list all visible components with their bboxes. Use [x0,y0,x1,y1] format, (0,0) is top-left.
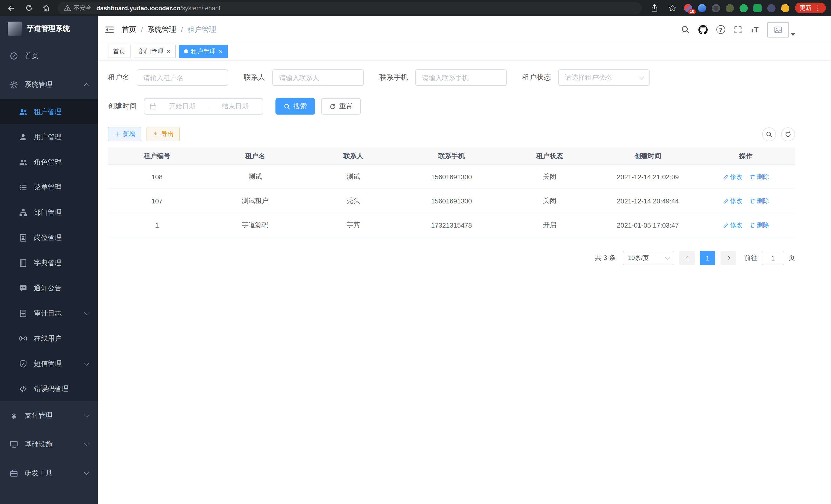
tab-close-icon[interactable]: × [219,48,223,55]
ssl-warning[interactable]: 不安全 [64,4,91,12]
sidebar-item-dev-tools[interactable]: 研发工具 [0,459,98,487]
tenant-name-input[interactable] [137,69,228,86]
edit-link[interactable]: 修改 [723,172,742,181]
delete-link[interactable]: 删除 [749,197,769,205]
tab-tenant[interactable]: 租户管理 × [179,45,228,58]
breadcrumb-current: 租户管理 [188,25,217,34]
filter-status: 租户状态 请选择租户状态 [522,69,650,86]
sidebar-item-menu[interactable]: 菜单管理 [0,175,98,200]
phone-input[interactable] [415,69,507,86]
chevron-down-icon [639,74,644,79]
extension-icon[interactable] [781,4,790,12]
edit-link[interactable]: 修改 [723,197,742,205]
chevron-down-icon [84,441,89,446]
sidebar-item-post[interactable]: 岗位管理 [0,225,98,250]
filter-phone: 联系手机 [379,69,507,86]
sidebar-item-online-user[interactable]: 在线用户 [0,326,98,351]
document-icon [19,309,27,317]
page-size-select[interactable]: 10条/页 [623,251,674,265]
search-icon[interactable] [681,25,689,34]
add-button[interactable]: 新增 [108,127,141,141]
github-icon[interactable] [698,25,708,34]
chevron-right-icon [725,255,730,261]
chevron-left-icon [685,255,690,261]
list-icon [19,183,27,191]
sidebar-item-sms[interactable]: 短信管理 [0,351,98,376]
breadcrumb-home[interactable]: 首页 [122,25,136,34]
search-icon [284,103,290,110]
breadcrumb-separator: / [141,25,143,34]
sidebar-item-system[interactable]: 系统管理 [0,70,98,99]
update-label: 更新 [800,4,811,12]
yen-icon: ¥ [10,412,18,420]
sidebar-item-audit-log[interactable]: 审计日志 [0,301,98,326]
edit-icon [723,222,728,228]
export-button[interactable]: 导出 [146,127,180,141]
filter-tenant-name: 租户名 [108,69,228,86]
extension-icon[interactable] [726,4,734,12]
tab-home[interactable]: 首页 [108,45,131,58]
phone-label: 联系手机 [379,73,408,82]
extension-icon[interactable]: 10 [684,4,692,12]
browser-menu-icon[interactable]: ⋮ [814,5,821,11]
extension-icon[interactable] [767,4,775,12]
show-search-icon[interactable] [762,127,776,141]
sidebar-toggle-icon[interactable] [105,25,114,34]
sidebar-item-tenant[interactable]: 租户管理 [0,99,98,124]
reload-icon[interactable] [23,2,35,14]
delete-link[interactable]: 删除 [749,221,769,229]
fullscreen-icon[interactable] [734,25,742,34]
page-number-current[interactable]: 1 [700,251,715,265]
user-icon [19,133,27,141]
contact-input[interactable] [273,69,364,86]
date-start: 开始日期 [160,102,204,111]
create-time-label: 创建时间 [108,102,137,111]
status-value: 关闭 [500,172,599,181]
delete-link[interactable]: 删除 [749,172,769,181]
breadcrumb-system[interactable]: 系统管理 [147,25,176,34]
extension-icon[interactable] [712,4,720,12]
goto-page-input[interactable] [762,251,784,265]
top-navbar: 首页 / 系统管理 / 租户管理 ? TT [98,16,831,43]
sidebar-item-notice[interactable]: 通知公告 [0,275,98,301]
navbar-actions: ? TT [681,22,795,37]
status-value: 开启 [500,220,599,230]
sidebar-item-error-code[interactable]: 错误码管理 [0,376,98,401]
extension-icon[interactable] [753,4,762,12]
bookmark-star-icon[interactable] [666,2,678,14]
sidebar-item-dict[interactable]: 字典管理 [0,250,98,275]
extension-icon[interactable] [740,4,748,12]
share-icon[interactable] [648,2,660,14]
next-page-button[interactable] [720,251,736,265]
chevron-down-icon [84,360,89,365]
active-dot-icon [184,49,188,53]
status-select[interactable]: 请选择租户状态 [558,69,650,86]
sidebar-item-dept[interactable]: 部门管理 [0,200,98,225]
people-icon [19,158,27,166]
back-icon[interactable] [5,2,18,14]
address-bar[interactable]: 不安全 dashboard.yudao.iocoder.cn/system/te… [58,2,642,14]
update-button[interactable]: 更新 ⋮ [795,3,826,13]
search-button[interactable]: 搜索 [276,98,315,115]
tab-dept[interactable]: 部门管理 × [134,45,175,58]
tab-close-icon[interactable]: × [167,48,170,55]
user-avatar-menu[interactable] [767,22,795,37]
reset-button[interactable]: 重置 [321,98,361,115]
sidebar-item-infrastructure[interactable]: 基础设施 [0,430,98,459]
app-logo-row[interactable]: 芋道管理系统 [0,16,98,41]
sidebar-item-role[interactable]: 角色管理 [0,149,98,175]
sidebar-item-home[interactable]: 首页 [0,41,98,70]
sidebar-item-user[interactable]: 用户管理 [0,124,98,149]
extension-icon[interactable] [698,4,706,12]
calendar-icon [149,103,157,110]
date-range-picker[interactable]: 开始日期 - 结束日期 [144,98,263,115]
help-icon[interactable]: ? [716,25,725,34]
prev-page-button[interactable] [679,251,695,265]
tenant-table: 租户编号 租户名 联系人 联系手机 租户状态 创建时间 操作 108 测试 测试… [108,147,795,237]
font-size-icon[interactable]: TT [751,25,758,34]
home-icon[interactable] [40,2,52,14]
sidebar-item-payment[interactable]: ¥ 支付管理 [0,401,98,430]
edit-icon [723,198,728,204]
edit-link[interactable]: 修改 [723,221,742,229]
refresh-table-icon[interactable] [781,127,795,141]
